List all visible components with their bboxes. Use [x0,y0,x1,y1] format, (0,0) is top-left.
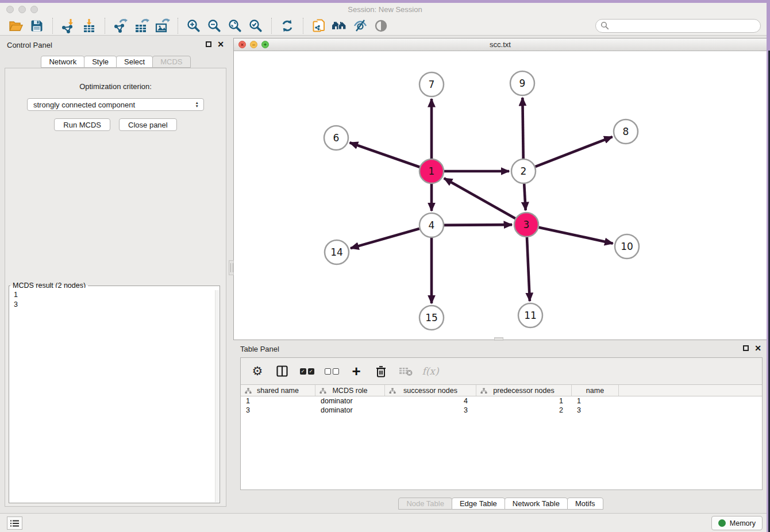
zoom-selected-button[interactable] [245,17,266,34]
checked-boxes-icon: ✓✓ [300,368,314,375]
close-panel-button[interactable]: Close panel [119,118,177,131]
table-cell-predecessor[interactable]: 1 [476,397,572,405]
tab-style[interactable]: Style [84,56,117,68]
clone-network-button[interactable] [309,17,329,34]
import-table-button[interactable] [79,17,99,34]
tab-motifs[interactable]: Motifs [567,498,603,510]
column-label: MCDS role [332,387,367,395]
splitpane-divider-grip[interactable] [229,260,234,275]
zoom-in-button[interactable] [183,17,204,34]
table-cell-mcds_role[interactable]: dominator [315,397,385,405]
result-scrollbar[interactable] [215,290,219,502]
graph-edge-2-8[interactable] [536,137,613,167]
select-all-button[interactable]: ✓✓ [299,364,314,379]
float-table-panel-icon[interactable] [743,345,749,351]
search-field[interactable] [595,19,761,33]
search-icon [600,21,609,30]
float-panel-icon[interactable] [206,41,211,47]
column-label: shared name [257,387,299,395]
table-cell-mcds_role[interactable]: dominator [315,406,385,414]
apply-layout-button[interactable] [277,17,298,34]
table-row[interactable]: 3dominator323 [241,406,762,415]
run-mcds-button[interactable]: Run MCDS [54,118,110,131]
zoom-window-button[interactable] [30,6,38,13]
table-body[interactable]: 1dominator4113dominator323 [241,396,762,415]
first-neighbors-button[interactable] [329,17,350,34]
table-cell-shared_name[interactable]: 3 [241,406,315,414]
plus-icon: + [352,365,360,377]
close-window-button[interactable] [6,6,14,13]
table-row[interactable]: 1dominator411 [241,396,762,406]
open-session-button[interactable] [6,17,26,34]
save-session-button[interactable] [26,17,47,34]
control-panel: Control Panel ✕ Network Style Select MCD… [0,36,231,513]
show-hidden-button[interactable] [371,17,391,34]
graph-node-label: 6 [333,132,340,144]
import-network-button[interactable] [58,17,79,34]
minimize-window-button[interactable] [18,6,26,13]
export-network-icon [113,18,128,33]
zoom-out-button[interactable] [204,17,225,34]
memory-button[interactable]: Memory [711,516,763,530]
add-column-button[interactable]: + [349,364,364,379]
close-view-button[interactable]: × [238,41,246,48]
zoom-fit-button[interactable] [225,17,245,34]
import-table-icon [82,18,97,33]
table-cell-shared_name[interactable]: 1 [241,397,315,405]
table-cell-name[interactable]: 1 [572,397,619,405]
mcds-result-lines[interactable]: 13 [9,288,220,503]
column-header-shared-name[interactable]: shared name [241,385,315,396]
table-cell-successor[interactable]: 4 [385,397,476,405]
delete-column-button[interactable] [374,364,388,379]
graph-edge-4-14[interactable] [351,229,419,248]
network-graph[interactable]: 7968124314101511 [234,51,767,340]
maximize-view-button[interactable]: + [261,41,269,48]
delete-table-button-disabled [398,364,413,379]
tab-mcds[interactable]: MCDS [152,56,190,68]
column-header-successor-nodes[interactable]: successor nodes [385,385,476,396]
table-cell-successor[interactable]: 3 [385,406,476,414]
unselect-all-button[interactable] [324,364,339,379]
close-panel-icon[interactable]: ✕ [217,41,224,48]
graph-edge-3-10[interactable] [538,228,613,244]
graph-edge-3-11[interactable] [527,237,530,301]
graph-edge-1-6[interactable] [350,142,420,167]
table-cell-name[interactable]: 3 [572,406,619,414]
open-folder-icon [9,19,24,33]
criterion-select[interactable]: strongly connected component ▲▼ [27,98,204,111]
column-header-mcds-role[interactable]: MCDS role [315,385,385,396]
graph-edge-3-1[interactable] [444,178,515,218]
tab-network[interactable]: Network [41,56,84,68]
hide-selected-button[interactable] [350,17,371,34]
network-canvas[interactable]: 7968124314101511 [234,51,767,340]
list-icon [10,520,19,527]
export-table-icon [134,18,149,33]
close-table-panel-icon[interactable]: ✕ [754,345,761,352]
table-settings-button[interactable]: ⚙ [250,364,265,379]
minimize-view-button[interactable]: − [250,41,257,48]
graph-edge-4-3[interactable] [444,225,512,225]
column-header-name[interactable]: name [572,385,619,396]
task-history-button[interactable] [7,516,22,530]
graph-edge-2-3[interactable] [524,184,525,210]
export-image-button[interactable] [152,17,172,34]
export-image-icon [155,18,170,33]
search-input[interactable] [609,22,756,30]
tab-select[interactable]: Select [116,56,153,68]
graph-node-label: 1 [429,165,435,177]
trash-icon [375,365,387,378]
window-controls-inactive[interactable] [6,6,38,13]
tab-node-table[interactable]: Node Table [398,498,452,510]
tab-edge-table[interactable]: Edge Table [452,498,505,510]
table-cell-predecessor[interactable]: 2 [476,406,572,414]
export-network-button[interactable] [110,17,131,34]
column-view-button[interactable] [275,364,290,379]
zoom-fit-icon [228,18,242,33]
horizontal-divider-grip[interactable] [494,337,503,341]
graph-edge-2-9[interactable] [522,98,523,159]
export-table-button[interactable] [131,17,152,34]
tab-network-table[interactable]: Network Table [505,498,568,510]
two-houses-icon [331,19,348,33]
select-stepper-icon: ▲▼ [195,101,201,108]
column-header-predecessor-nodes[interactable]: predecessor nodes [476,385,572,396]
